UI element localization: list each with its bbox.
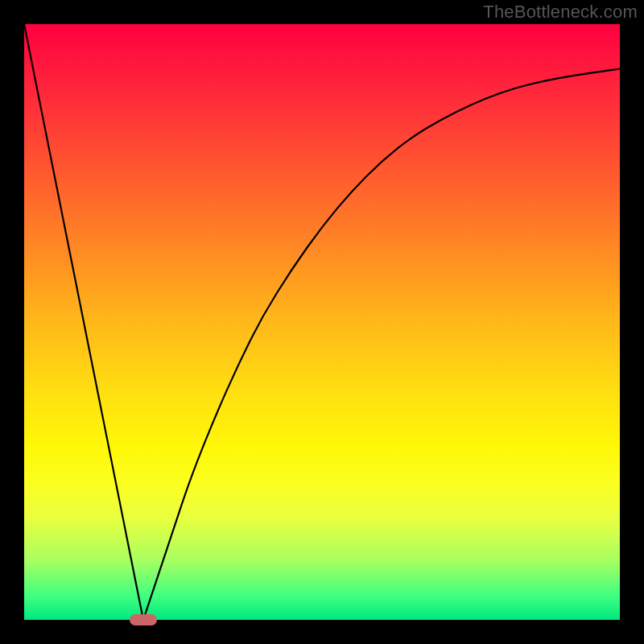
bottleneck-curve	[24, 24, 620, 620]
watermark-text: TheBottleneck.com	[483, 2, 638, 23]
chart-frame: TheBottleneck.com	[0, 0, 644, 644]
plot-area	[24, 24, 620, 620]
curve-left-branch	[24, 24, 143, 620]
curve-right-branch	[143, 69, 620, 621]
bottleneck-marker	[130, 614, 157, 625]
